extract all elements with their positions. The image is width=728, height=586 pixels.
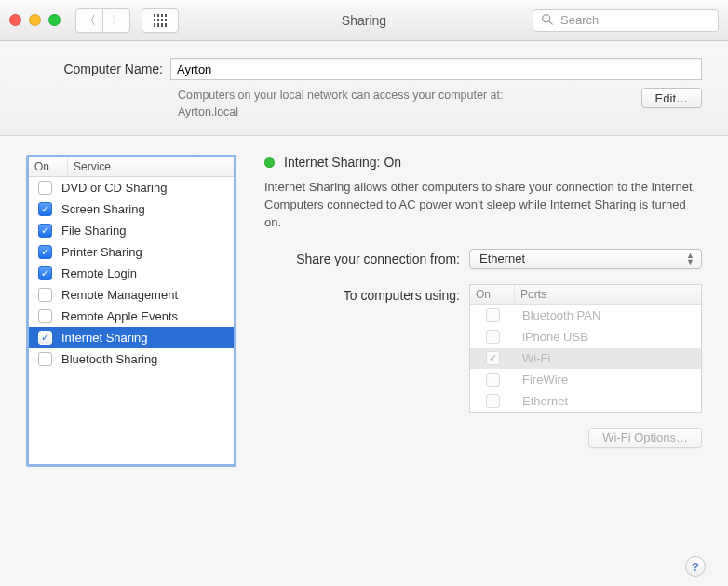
service-label: Remote Login [61, 266, 137, 280]
service-row[interactable]: Remote Management [29, 284, 234, 306]
services-header-service: Service [68, 157, 234, 176]
port-label: Ethernet [515, 394, 701, 408]
wifi-options-button[interactable]: Wi-Fi Options… [588, 428, 702, 448]
search-input[interactable] [559, 12, 719, 28]
service-checkbox[interactable] [38, 352, 52, 366]
service-row[interactable]: Screen Sharing [29, 198, 234, 220]
service-row[interactable]: Internet Sharing [29, 327, 234, 348]
ports-list[interactable]: Bluetooth PANiPhone USBWi-FiFireWireEthe… [470, 305, 701, 412]
port-checkbox[interactable] [486, 394, 500, 408]
service-checkbox[interactable] [38, 309, 52, 323]
port-label: Wi-Fi [515, 351, 701, 365]
service-label: Screen Sharing [61, 202, 145, 216]
service-checkbox[interactable] [38, 181, 52, 195]
services-header-on: On [29, 157, 68, 176]
service-label: File Sharing [61, 224, 126, 238]
service-label: Internet Sharing [61, 331, 148, 345]
service-checkbox[interactable] [38, 331, 52, 345]
service-row[interactable]: Bluetooth Sharing [29, 348, 234, 370]
chevron-right-icon: 〉 [111, 12, 123, 29]
computer-name-section: Computer Name: Computers on your local n… [0, 41, 728, 136]
service-checkbox[interactable] [38, 202, 52, 216]
computer-name-label: Computer Name: [26, 61, 170, 76]
search-icon [541, 13, 553, 28]
service-checkbox[interactable] [38, 224, 52, 238]
port-row[interactable]: FireWire [470, 369, 701, 390]
updown-icon: ▲▼ [686, 252, 694, 266]
share-from-label: Share your connection from: [264, 252, 469, 266]
port-row[interactable]: Ethernet [470, 390, 701, 412]
nav-segment: 〈 〉 [75, 8, 130, 33]
port-label: FireWire [515, 373, 701, 387]
port-label: Bluetooth PAN [515, 308, 701, 322]
services-panel: On Service DVD or CD SharingScreen Shari… [26, 155, 236, 467]
port-checkbox[interactable] [486, 308, 500, 322]
main-content: On Service DVD or CD SharingScreen Shari… [0, 136, 728, 586]
forward-button[interactable]: 〉 [102, 8, 130, 33]
services-list[interactable]: DVD or CD SharingScreen SharingFile Shar… [29, 177, 234, 464]
service-label: Bluetooth Sharing [61, 352, 157, 366]
ports-header: On Ports [470, 285, 701, 305]
sharing-window: 〈 〉 Sharing Computer Name: Computers on … [0, 0, 728, 586]
search-field[interactable] [533, 9, 719, 32]
zoom-icon[interactable] [48, 14, 61, 26]
share-from-select[interactable]: Ethernet ▲▼ [469, 249, 702, 269]
to-computers-label: To computers using: [264, 284, 469, 413]
port-row[interactable]: iPhone USB [470, 326, 701, 348]
grid-icon [154, 14, 167, 27]
service-detail: Internet Sharing: On Internet Sharing al… [264, 155, 702, 567]
port-checkbox[interactable] [486, 330, 500, 344]
computer-name-input[interactable] [170, 58, 702, 80]
titlebar: 〈 〉 Sharing [0, 0, 728, 41]
port-label: iPhone USB [515, 330, 701, 344]
show-all-button[interactable] [142, 8, 179, 33]
ports-header-ports: Ports [515, 285, 701, 304]
service-label: DVD or CD Sharing [61, 181, 167, 195]
service-label: Remote Apple Events [61, 309, 178, 323]
service-row[interactable]: Remote Login [29, 263, 234, 284]
port-checkbox[interactable] [486, 373, 500, 387]
chevron-left-icon: 〈 [84, 12, 96, 29]
service-row[interactable]: Remote Apple Events [29, 306, 234, 327]
ports-panel: On Ports Bluetooth PANiPhone USBWi-FiFir… [469, 284, 702, 413]
status-title: Internet Sharing: On [284, 155, 401, 170]
help-button[interactable]: ? [685, 556, 706, 577]
port-row[interactable]: Bluetooth PAN [470, 305, 701, 326]
svg-line-1 [549, 20, 552, 23]
service-checkbox[interactable] [38, 288, 52, 302]
service-row[interactable]: Printer Sharing [29, 241, 234, 263]
service-label: Printer Sharing [61, 245, 142, 259]
service-checkbox[interactable] [38, 245, 52, 259]
service-description: Internet Sharing allows other computers … [264, 179, 702, 232]
service-label: Remote Management [61, 288, 178, 302]
ports-header-on: On [470, 285, 515, 304]
share-from-value: Ethernet [479, 252, 525, 266]
service-checkbox[interactable] [38, 266, 52, 280]
close-icon[interactable] [9, 14, 21, 26]
minimize-icon[interactable] [29, 14, 41, 26]
computer-name-hint: Computers on your local network can acce… [178, 88, 628, 120]
service-row[interactable]: DVD or CD Sharing [29, 177, 234, 198]
back-button[interactable]: 〈 [75, 8, 103, 33]
service-row[interactable]: File Sharing [29, 220, 234, 241]
window-controls [9, 14, 61, 26]
status-indicator-icon [264, 157, 275, 168]
port-row[interactable]: Wi-Fi [470, 348, 701, 369]
services-header: On Service [29, 157, 234, 177]
edit-button[interactable]: Edit… [641, 88, 702, 108]
port-checkbox[interactable] [486, 351, 500, 365]
